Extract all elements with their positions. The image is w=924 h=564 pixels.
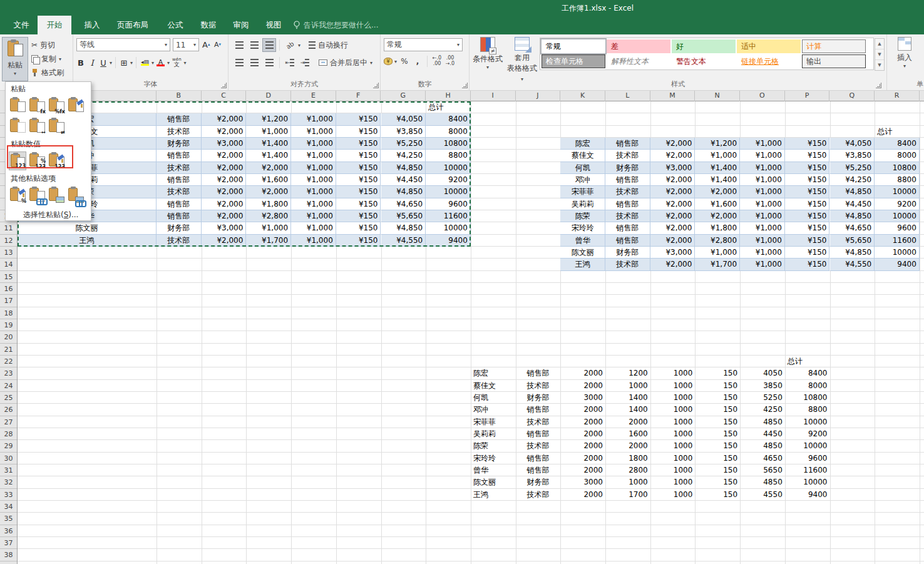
amount-cell[interactable]: 1000 bbox=[650, 392, 696, 404]
amount-cell[interactable]: 2000 bbox=[560, 380, 605, 392]
amount-cell[interactable]: 4850 bbox=[740, 440, 785, 452]
amount-cell[interactable]: 3000 bbox=[560, 476, 605, 488]
department-cell[interactable]: 财务部 bbox=[157, 222, 202, 234]
total-header-cell[interactable]: 总计 bbox=[785, 356, 830, 367]
align-center-button[interactable] bbox=[247, 56, 261, 69]
amount-cell[interactable]: ¥150 bbox=[336, 198, 381, 210]
amount-cell[interactable]: 1000 bbox=[650, 367, 696, 379]
amount-cell[interactable]: ¥4,050 bbox=[830, 138, 875, 150]
amount-cell[interactable]: ¥1,600 bbox=[246, 174, 291, 186]
increase-decimal-button[interactable]: ←.0.00 bbox=[431, 55, 443, 68]
department-cell[interactable]: 财务部 bbox=[516, 476, 561, 488]
amount-cell[interactable]: ¥150 bbox=[785, 247, 830, 259]
department-cell[interactable]: 技术部 bbox=[516, 416, 561, 428]
employee-name-cell[interactable]: 陈文丽 bbox=[18, 222, 157, 234]
amount-cell[interactable]: 1000 bbox=[650, 489, 696, 501]
department-cell[interactable]: 销售部 bbox=[516, 404, 561, 416]
amount-cell[interactable]: ¥1,400 bbox=[246, 138, 291, 150]
total-cell[interactable]: 10800 bbox=[426, 138, 471, 150]
amount-cell[interactable]: 150 bbox=[695, 404, 740, 416]
total-cell[interactable]: 8400 bbox=[426, 113, 471, 125]
amount-cell[interactable]: ¥2,000 bbox=[650, 235, 696, 247]
ribbon-tab-公式[interactable]: 公式 bbox=[159, 16, 192, 34]
amount-cell[interactable]: 4550 bbox=[740, 489, 785, 501]
amount-cell[interactable]: 1200 bbox=[605, 367, 650, 379]
amount-cell[interactable]: ¥3,000 bbox=[202, 138, 247, 150]
amount-cell[interactable]: ¥4,850 bbox=[830, 186, 875, 198]
cell-style-链接单元格[interactable]: 链接单元格 bbox=[737, 54, 801, 68]
amount-cell[interactable]: ¥150 bbox=[336, 174, 381, 186]
amount-cell[interactable]: ¥1,800 bbox=[695, 222, 740, 234]
row-header-34[interactable]: 34 bbox=[0, 501, 17, 513]
amount-cell[interactable]: ¥150 bbox=[785, 138, 830, 150]
insert-cells-button[interactable]: 插入 ▾ bbox=[893, 37, 916, 69]
accounting-format-button[interactable]: ¥ bbox=[384, 58, 393, 65]
row-header-39[interactable]: 39 bbox=[0, 561, 17, 564]
employee-name-cell[interactable]: 邓冲 bbox=[560, 174, 605, 186]
column-header-L[interactable]: L bbox=[605, 91, 650, 101]
total-cell[interactable]: 9400 bbox=[785, 489, 830, 501]
employee-name-cell[interactable]: 邓冲 bbox=[471, 404, 516, 416]
department-cell[interactable]: 技术部 bbox=[157, 126, 202, 138]
amount-cell[interactable]: ¥1,000 bbox=[740, 174, 785, 186]
decrease-decimal-button[interactable]: .00→.0 bbox=[444, 55, 456, 68]
merge-center-dropdown-arrow[interactable]: ▾ bbox=[370, 60, 372, 66]
department-cell[interactable]: 销售部 bbox=[157, 174, 202, 186]
employee-name-cell[interactable]: 蔡佳文 bbox=[471, 380, 516, 392]
row-header-21[interactable]: 21 bbox=[0, 344, 17, 356]
copy-button[interactable]: 复制 ▾ bbox=[30, 52, 64, 66]
employee-name-cell[interactable]: 陈宏 bbox=[560, 138, 605, 150]
amount-cell[interactable]: 1000 bbox=[605, 380, 650, 392]
total-cell[interactable]: 8000 bbox=[785, 380, 830, 392]
total-cell[interactable]: 8400 bbox=[785, 367, 830, 379]
percent-style-button[interactable]: % bbox=[399, 55, 410, 68]
column-header-F[interactable]: F bbox=[336, 91, 381, 101]
department-cell[interactable]: 技术部 bbox=[516, 380, 561, 392]
amount-cell[interactable]: ¥2,000 bbox=[202, 186, 247, 198]
amount-cell[interactable]: 2000 bbox=[560, 367, 605, 379]
amount-cell[interactable]: ¥150 bbox=[336, 113, 381, 125]
total-cell[interactable]: 8800 bbox=[875, 174, 920, 186]
amount-cell[interactable]: 150 bbox=[695, 453, 740, 464]
amount-cell[interactable]: ¥1,000 bbox=[740, 247, 785, 259]
merge-center-button[interactable]: ↔ 合并后居中 ▾ bbox=[317, 56, 374, 69]
department-cell[interactable]: 财务部 bbox=[516, 392, 561, 404]
department-cell[interactable]: 技术部 bbox=[605, 150, 650, 162]
amount-cell[interactable]: ¥2,000 bbox=[202, 150, 247, 162]
amount-cell[interactable]: ¥2,000 bbox=[202, 126, 247, 138]
row-header-37[interactable]: 37 bbox=[0, 537, 17, 549]
department-cell[interactable]: 销售部 bbox=[605, 198, 650, 210]
amount-cell[interactable]: ¥1,400 bbox=[246, 150, 291, 162]
employee-name-cell[interactable]: 陈荣 bbox=[471, 440, 516, 452]
ribbon-tab-文件[interactable]: 文件 bbox=[6, 16, 36, 34]
row-header-36[interactable]: 36 bbox=[0, 525, 17, 537]
row-header-23[interactable]: 23 bbox=[0, 367, 17, 379]
employee-name-cell[interactable]: 王鸿 bbox=[471, 489, 516, 501]
amount-cell[interactable]: ¥4,450 bbox=[830, 198, 875, 210]
amount-cell[interactable]: ¥2,000 bbox=[650, 150, 696, 162]
total-cell[interactable]: 10000 bbox=[875, 186, 920, 198]
amount-cell[interactable]: ¥2,000 bbox=[202, 235, 247, 247]
department-cell[interactable]: 技术部 bbox=[516, 489, 561, 501]
cell-style-检查单元格[interactable]: 检查单元格 bbox=[542, 54, 605, 68]
row-header-38[interactable]: 38 bbox=[0, 549, 17, 561]
row-header-15[interactable]: 15 bbox=[0, 271, 17, 283]
amount-cell[interactable]: ¥4,250 bbox=[381, 150, 426, 162]
amount-cell[interactable]: ¥150 bbox=[336, 138, 381, 150]
paste-formatting-button[interactable]: % bbox=[9, 186, 26, 205]
amount-cell[interactable]: ¥1,000 bbox=[740, 235, 785, 247]
amount-cell[interactable]: 150 bbox=[695, 367, 740, 379]
ribbon-tab-审阅[interactable]: 审阅 bbox=[225, 16, 257, 34]
amount-cell[interactable]: ¥4,550 bbox=[381, 235, 426, 247]
total-cell[interactable]: 9200 bbox=[426, 174, 471, 186]
amount-cell[interactable]: 5250 bbox=[740, 392, 785, 404]
amount-cell[interactable]: ¥2,000 bbox=[202, 198, 247, 210]
amount-cell[interactable]: 4850 bbox=[740, 476, 785, 488]
font-dialog-launcher[interactable] bbox=[221, 83, 227, 88]
row-header-29[interactable]: 29 bbox=[0, 440, 17, 452]
amount-cell[interactable]: ¥1,400 bbox=[695, 174, 740, 186]
amount-cell[interactable]: ¥1,000 bbox=[291, 186, 336, 198]
paste-dropdown-arrow[interactable]: ▾ bbox=[3, 71, 28, 76]
column-header-P[interactable]: P bbox=[785, 91, 830, 101]
amount-cell[interactable]: 150 bbox=[695, 489, 740, 501]
